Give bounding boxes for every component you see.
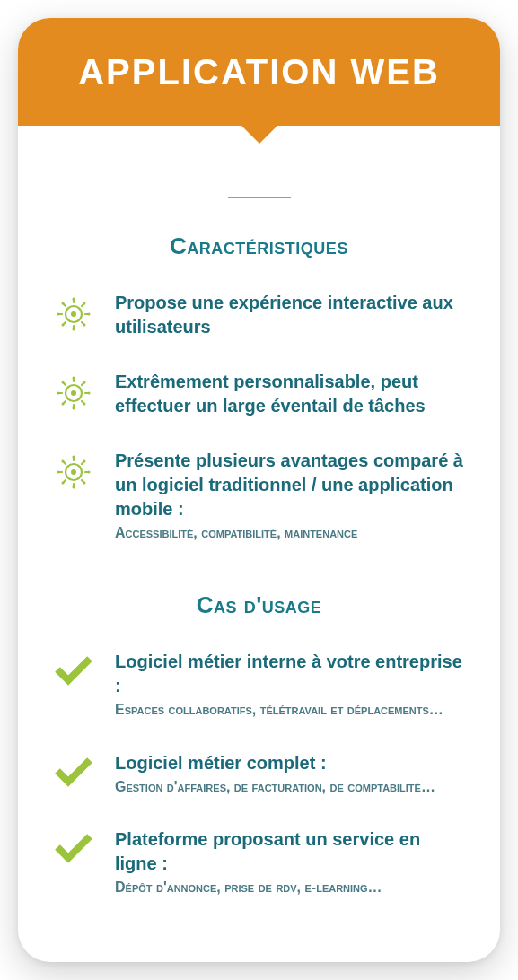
usecase-body: Plateforme proposant un service en ligne… [115, 827, 466, 897]
feature-title: Présente plusieurs avantages comparé à u… [115, 449, 466, 521]
svg-point-15 [88, 392, 91, 395]
feature-item: Propose une expérience interactive aux u… [52, 291, 466, 339]
svg-point-19 [62, 403, 65, 406]
gear-icon [52, 293, 95, 336]
usecase-body: Logiciel métier complet : Gestion d'affa… [115, 751, 466, 797]
svg-point-17 [83, 403, 86, 406]
card-title: APPLICATION WEB [78, 52, 440, 92]
feature-item: Présente plusieurs avantages comparé à u… [52, 449, 466, 543]
feature-title: Extrêmement personnalisable, peut effect… [115, 370, 466, 418]
svg-point-24 [57, 471, 60, 474]
svg-point-29 [62, 482, 65, 485]
svg-point-22 [73, 456, 75, 459]
usecase-section: Cas d'usage Logiciel métier interne à vo… [52, 591, 466, 897]
svg-point-14 [57, 392, 60, 395]
card-content: Caractéristiques Propose u [18, 126, 500, 956]
svg-point-4 [57, 313, 60, 316]
svg-point-1 [71, 311, 76, 317]
feature-title: Propose une expérience interactive aux u… [115, 291, 466, 339]
svg-point-26 [62, 460, 65, 463]
usecase-body: Logiciel métier interne à votre entrepri… [115, 650, 466, 720]
section-title-usecase: Cas d'usage [52, 591, 466, 619]
section-title-characteristics: Caractéristiques [52, 232, 466, 260]
svg-point-2 [73, 298, 75, 301]
svg-point-13 [73, 407, 75, 410]
gear-icon [52, 451, 95, 494]
svg-point-27 [83, 482, 86, 485]
svg-point-12 [73, 377, 75, 380]
svg-point-21 [71, 469, 76, 475]
svg-point-7 [83, 324, 86, 327]
usecase-subtitle: Espaces collaboratifs, télétravail et dé… [115, 700, 466, 720]
svg-point-5 [88, 313, 91, 316]
usecase-title: Logiciel métier interne à votre entrepri… [115, 650, 466, 698]
feature-body: Extrêmement personnalisable, peut effect… [115, 370, 466, 418]
svg-point-23 [73, 486, 75, 489]
info-card: APPLICATION WEB Caractéristiques [18, 18, 500, 962]
gear-icon [52, 372, 95, 415]
svg-point-18 [83, 381, 86, 384]
header-triangle-icon [240, 124, 279, 144]
usecase-item: Logiciel métier interne à votre entrepri… [52, 650, 466, 720]
check-icon [52, 829, 95, 865]
usecase-subtitle: Gestion d'affaires, de facturation, de c… [115, 777, 466, 797]
feature-item: Extrêmement personnalisable, peut effect… [52, 370, 466, 418]
svg-point-9 [62, 324, 65, 327]
check-icon [52, 652, 95, 687]
usecase-title: Plateforme proposant un service en ligne… [115, 827, 466, 876]
svg-point-8 [83, 302, 86, 305]
usecase-title: Logiciel métier complet : [115, 751, 466, 775]
svg-point-11 [71, 390, 76, 396]
usecase-subtitle: Dépôt d'annonce, prise de rdv, e-learnin… [115, 878, 466, 897]
card-header: APPLICATION WEB [18, 18, 500, 126]
check-icon [52, 753, 95, 789]
usecase-item: Logiciel métier complet : Gestion d'affa… [52, 751, 466, 797]
feature-body: Propose une expérience interactive aux u… [115, 291, 466, 339]
usecase-item: Plateforme proposant un service en ligne… [52, 827, 466, 897]
svg-point-3 [73, 328, 75, 331]
feature-subtitle: Accessibilité, compatibilité, maintenanc… [115, 523, 466, 543]
svg-point-25 [88, 471, 91, 474]
feature-body: Présente plusieurs avantages comparé à u… [115, 449, 466, 543]
divider [228, 197, 291, 198]
svg-point-6 [62, 302, 65, 305]
svg-point-28 [83, 460, 86, 463]
svg-point-16 [62, 381, 65, 384]
